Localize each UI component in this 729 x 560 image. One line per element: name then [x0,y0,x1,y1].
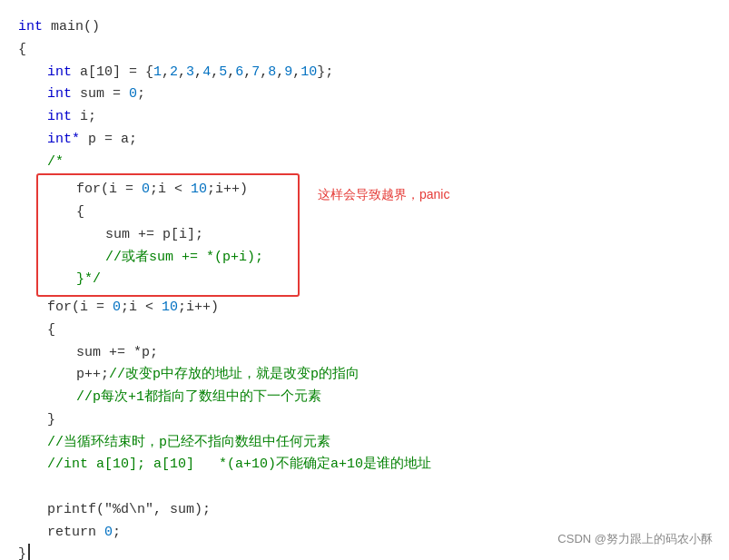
line-21 [18,476,711,499]
line-9: { [47,201,289,224]
line-12: }*/ [47,269,289,291]
line-4: int sum = 0; [18,84,711,106]
line-3: int a[10] = {1,2,3,4,5,6,7,8,9,10}; [18,62,711,84]
line-5: int i; [18,106,711,129]
line-14: { [18,319,711,342]
line-15: sum += *p; [18,342,711,365]
line-19: //当循环结束时，p已经不指向数组中任何元素 [18,432,711,455]
line-6: int* p = a; [18,129,711,152]
line-11: //或者sum += *(p+i); [47,247,289,270]
keyword-int: int [18,16,43,39]
line-10: sum += p[i]; [47,224,289,247]
line-18: } [18,409,711,432]
line-20: //int a[10]; a[10] *(a+10)不能确定a+10是谁的地址 [18,454,711,476]
red-box: for(i = 0;i < 10;i++) { sum += p[i]; //或… [36,173,300,297]
line-13: for(i = 0;i < 10;i++) [18,297,711,319]
watermark: CSDN @努力跟上的码农小酥 [557,531,713,547]
line-16: p++;//改变p中存放的地址，就是改变p的指向 [18,364,711,387]
text-cursor [28,544,30,560]
line-2: { [18,39,711,62]
line-17: //p每次+1都指向了数组中的下一个元素 [18,387,711,409]
annotation: 这样会导致越界，panic [318,184,449,205]
line-22: printf("%d\n", sum); [18,499,711,522]
line-1: int main() [18,16,711,39]
code-container: int main() { int a[10] = {1,2,3,4,5,6,7,… [0,0,729,560]
red-box-block: for(i = 0;i < 10;i++) { sum += p[i]; //或… [36,173,711,297]
line-7: /* [18,152,711,174]
line-8: for(i = 0;i < 10;i++) [47,179,289,201]
